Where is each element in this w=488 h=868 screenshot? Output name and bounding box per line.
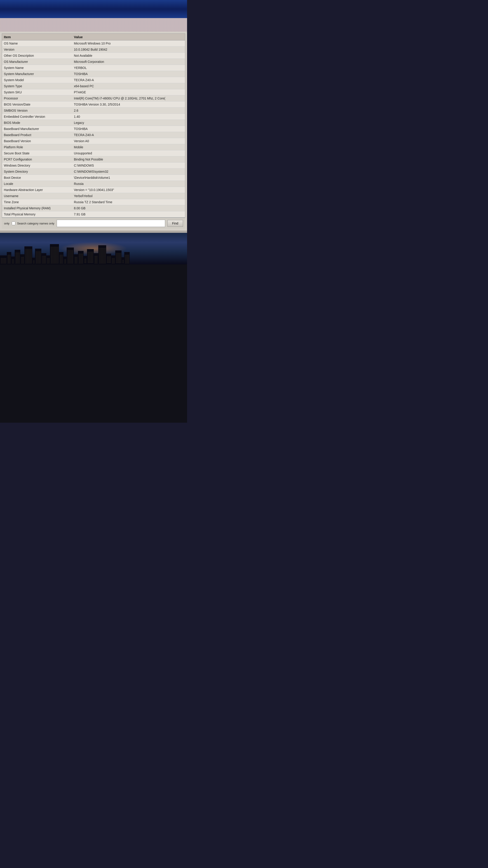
building <box>46 255 50 265</box>
building <box>67 248 74 265</box>
row-item-label: Locale <box>4 182 74 186</box>
row-item-label: Secure Boot State <box>4 151 74 155</box>
row-item-value: Microsoft Corporation <box>74 60 183 64</box>
table-row: OS ManufacturerMicrosoft Corporation <box>2 59 185 65</box>
row-item-value: TOSHIBA Version 3.30, 2/5/2014 <box>74 103 183 106</box>
table-row: Time ZoneRussia TZ 2 Standard Time <box>2 199 185 205</box>
row-item-label: Windows Directory <box>4 164 74 167</box>
bottom-bar <box>0 230 187 233</box>
table-row: ProcessorIntel(R) Core(TM) i7-4600U CPU … <box>2 95 185 101</box>
row-item-label: Platform Role <box>4 145 74 149</box>
building <box>20 254 24 265</box>
row-item-label: BaseBoard Product <box>4 133 74 137</box>
building <box>87 249 94 265</box>
building <box>78 251 84 265</box>
building <box>35 249 41 265</box>
row-item-label: Version <box>4 48 74 51</box>
city-skyline <box>0 242 187 265</box>
table-row: BIOS Version/DateTOSHIBA Version 3.30, 2… <box>2 101 185 107</box>
search-bar: only Search category names only Find <box>2 218 185 229</box>
table-row: System NameYERBOL <box>2 65 185 71</box>
search-category-checkbox[interactable] <box>12 221 15 225</box>
city-image <box>0 233 187 265</box>
table-row: Hardware Abstraction LayerVersion = "10.… <box>2 187 185 193</box>
table-row: Other OS DescriptionNot Available <box>2 53 185 59</box>
row-item-value: 10.0.19042 Build 19042 <box>74 48 183 51</box>
row-item-value: 1.40 <box>74 115 183 119</box>
table-row: System DirectoryC:\WINDOWS\system32 <box>2 168 185 175</box>
table-row: System SKUPT44GE <box>2 89 185 95</box>
row-item-value: Intel(R) Core(TM) i7-4600U CPU @ 2.10GHz… <box>74 96 183 100</box>
row-item-label: BaseBoard Manufacturer <box>4 127 74 131</box>
search-input[interactable] <box>57 220 165 227</box>
row-item-value: C:\WINDOWS <box>74 164 183 167</box>
row-item-label: Installed Physical Memory (RAM) <box>4 206 74 210</box>
row-item-label: Total Physical Memory <box>4 213 74 216</box>
column-header-item: Item <box>4 35 74 39</box>
building <box>98 245 106 265</box>
system-info-table: Item Value OS NameMicrosoft Windows 10 P… <box>2 33 185 218</box>
row-item-label: OS Name <box>4 41 74 45</box>
row-item-label: System Name <box>4 66 74 70</box>
row-item-value: C:\WINDOWS\system32 <box>74 170 183 174</box>
row-item-label: Time Zone <box>4 200 74 204</box>
building <box>94 253 98 265</box>
building <box>32 258 35 265</box>
building <box>7 252 11 265</box>
row-item-value: Russia <box>74 182 183 186</box>
table-row: BaseBoard ProductTECRA Z40-A <box>2 132 185 138</box>
row-item-label: OS Manufacturer <box>4 60 74 64</box>
table-row: BaseBoard VersionVersion A0 <box>2 138 185 144</box>
row-item-value: TECRA Z40-A <box>74 133 183 137</box>
row-item-value: Russia TZ 2 Standard Time <box>74 200 183 204</box>
search-checkbox-area: Search category names only <box>12 221 55 225</box>
row-item-value: 7.91 GB <box>74 213 183 216</box>
building <box>84 256 87 265</box>
building <box>15 250 20 265</box>
row-item-label: SMBIOS Version <box>4 109 74 112</box>
building <box>11 256 15 265</box>
table-body: OS NameMicrosoft Windows 10 ProVersion10… <box>2 40 185 217</box>
row-item-value: Version A0 <box>74 139 183 143</box>
row-item-label: PCR7 Configuration <box>4 158 74 161</box>
row-item-value: Legacy <box>74 121 183 125</box>
building <box>0 255 7 265</box>
row-item-value: Unsupported <box>74 151 183 155</box>
building <box>122 257 124 265</box>
building <box>59 252 64 265</box>
table-row: Boot Device\Device\HarddiskVolume1 <box>2 175 185 181</box>
building <box>74 254 78 265</box>
building <box>111 255 115 265</box>
static-noise-bar <box>0 18 187 32</box>
table-row: Embedded Controller Version1.40 <box>2 114 185 120</box>
table-row: System ModelTECRA Z40-A <box>2 77 185 83</box>
row-item-label: BIOS Mode <box>4 121 74 125</box>
row-item-label: BIOS Version/Date <box>4 103 74 106</box>
table-row: System Typex64-based PC <box>2 83 185 89</box>
building <box>64 256 67 265</box>
top-bar <box>0 0 187 18</box>
building <box>41 253 46 265</box>
row-item-label: System Type <box>4 84 74 88</box>
row-item-value: Version = "10.0.19041.1503" <box>74 188 183 192</box>
row-item-label: BaseBoard Version <box>4 139 74 143</box>
building <box>124 252 130 265</box>
building <box>50 244 59 265</box>
row-item-label: Boot Device <box>4 176 74 180</box>
table-header-row: Item Value <box>2 34 185 40</box>
table-row: Platform RoleMobile <box>2 144 185 150</box>
row-item-label: System Model <box>4 78 74 82</box>
row-item-value: Binding Not Possible <box>74 158 183 161</box>
table-row: OS NameMicrosoft Windows 10 Pro <box>2 40 185 46</box>
dark-footer <box>0 265 187 423</box>
row-item-value: x64-based PC <box>74 84 183 88</box>
row-item-label: Processor <box>4 96 74 100</box>
building <box>106 254 111 265</box>
row-item-label: Embedded Controller Version <box>4 115 74 119</box>
find-button[interactable]: Find <box>167 220 183 227</box>
table-row: PCR7 ConfigurationBinding Not Possible <box>2 156 185 162</box>
row-item-value: Microsoft Windows 10 Pro <box>74 41 183 45</box>
table-row: BaseBoard ManufacturerTOSHIBA <box>2 126 185 132</box>
main-window: Item Value OS NameMicrosoft Windows 10 P… <box>0 32 187 230</box>
row-item-value: 8.00 GB <box>74 206 183 210</box>
